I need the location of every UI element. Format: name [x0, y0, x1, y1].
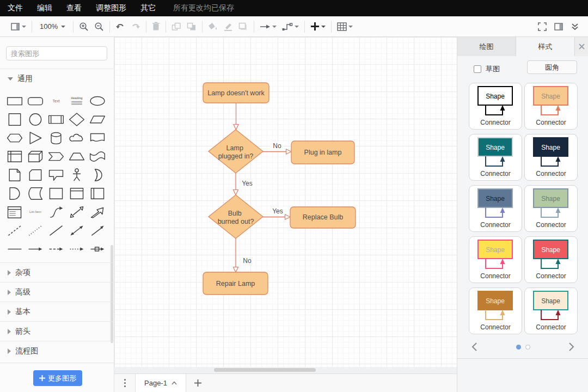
menu-edit[interactable]: 编辑 — [37, 3, 52, 13]
add-page-button[interactable] — [186, 374, 210, 392]
section-流程图[interactable]: 流程图 — [0, 341, 114, 360]
vertical-container-shape-icon[interactable] — [66, 184, 87, 203]
tape-shape-icon[interactable] — [87, 147, 108, 166]
labeled-link-shape-icon[interactable] — [87, 240, 108, 258]
rounded-button[interactable]: 圆角 — [527, 60, 577, 74]
to-front-icon[interactable] — [171, 22, 181, 31]
line-shape-icon[interactable] — [46, 221, 66, 240]
document-shape-icon[interactable] — [87, 128, 108, 147]
circle-shape-icon[interactable] — [25, 110, 46, 128]
directional-link-shape-icon[interactable] — [25, 240, 46, 258]
link-shape-icon[interactable] — [4, 240, 25, 258]
flow-node-decision1[interactable]: Lamp plugged in? — [209, 130, 263, 173]
page-tab[interactable]: Page-1 — [135, 374, 186, 392]
menu-extras[interactable]: 其它 — [140, 3, 156, 13]
parallelogram-shape-icon[interactable] — [87, 110, 108, 128]
page-next-icon[interactable] — [568, 342, 574, 351]
pages-menu-button[interactable] — [114, 374, 135, 392]
page-prev-icon[interactable] — [471, 342, 477, 351]
style-card-9[interactable]: ShapeConnector — [469, 287, 522, 334]
flow-node-replace[interactable]: Replace Bulb — [290, 207, 356, 228]
bidirectional-arrow-shape-icon[interactable] — [66, 203, 87, 221]
view-toggle-icon[interactable] — [11, 23, 26, 30]
cylinder-shape-icon[interactable] — [46, 128, 66, 147]
flow-node-start[interactable]: Lamp doesn't work — [203, 83, 269, 103]
fill-color-icon[interactable] — [208, 22, 218, 31]
style-card-7[interactable]: ShapeConnector — [469, 236, 522, 283]
page-dot-1[interactable] — [516, 345, 521, 350]
arrow-line-shape-icon[interactable] — [87, 221, 108, 240]
double-arrow-line-shape-icon[interactable] — [66, 221, 87, 240]
more-shapes-button[interactable]: 更多图形 — [33, 370, 82, 386]
horizontal-container-shape-icon[interactable] — [87, 184, 108, 203]
curve-shape-icon[interactable] — [46, 203, 66, 221]
shadow-icon[interactable] — [238, 22, 248, 31]
cloud-shape-icon[interactable] — [66, 128, 87, 147]
zoom-level-dropdown[interactable]: 100% — [38, 22, 68, 30]
fullscreen-icon[interactable] — [538, 22, 547, 31]
drawing-canvas[interactable]: No Yes Yes No Lamp doesn't work Lamp plu… — [114, 37, 457, 367]
style-card-6[interactable]: ShapeConnector — [524, 185, 578, 232]
section-高级[interactable]: 高级 — [0, 282, 114, 302]
square-shape-icon[interactable] — [4, 110, 25, 128]
section-箭头[interactable]: 箭头 — [0, 321, 114, 341]
dashed-link-shape-icon[interactable] — [46, 240, 66, 258]
dotted-link-shape-icon[interactable] — [66, 240, 87, 258]
style-card-4[interactable]: ShapeConnector — [524, 134, 578, 181]
section-general[interactable]: 通用 — [0, 69, 114, 88]
ellipse-shape-icon[interactable] — [87, 91, 108, 110]
and-shape-icon[interactable] — [4, 184, 25, 203]
internal-storage-shape-icon[interactable] — [4, 147, 25, 166]
insert-plus-icon[interactable] — [310, 22, 326, 31]
tab-style[interactable]: 样式 — [516, 37, 575, 56]
page-dot-2[interactable] — [525, 345, 530, 350]
menu-view[interactable]: 查看 — [66, 3, 82, 13]
style-card-8[interactable]: ShapeConnector — [524, 236, 578, 283]
hexagon-shape-icon[interactable] — [4, 128, 25, 147]
zoom-in-icon[interactable] — [79, 22, 89, 32]
arrow-shape-icon[interactable] — [87, 203, 108, 221]
style-card-1[interactable]: ShapeConnector — [469, 83, 522, 130]
format-panel-toggle-icon[interactable] — [554, 23, 563, 30]
delete-icon[interactable] — [152, 22, 160, 31]
or-shape-icon[interactable] — [87, 166, 108, 184]
data-storage-shape-icon[interactable] — [25, 184, 46, 203]
zoom-out-icon[interactable] — [94, 22, 104, 32]
waypoints-icon[interactable] — [282, 22, 299, 31]
step-shape-icon[interactable] — [46, 147, 66, 166]
sketch-checkbox[interactable] — [474, 65, 481, 73]
flow-node-plug[interactable]: Plug in lamp — [291, 141, 354, 164]
dashed-line-shape-icon[interactable] — [4, 221, 25, 240]
shape-search[interactable] — [6, 46, 107, 60]
card-shape-icon[interactable] — [25, 166, 46, 184]
flow-edges[interactable] — [234, 103, 292, 272]
dotted-line-shape-icon[interactable] — [25, 221, 46, 240]
triangle-shape-icon[interactable] — [25, 128, 46, 147]
cube-shape-icon[interactable] — [25, 147, 46, 166]
close-panel-button[interactable] — [575, 37, 588, 56]
diamond-shape-icon[interactable] — [66, 110, 87, 128]
actor-shape-icon[interactable] — [66, 166, 87, 184]
list-shape-icon[interactable] — [4, 203, 25, 221]
container-shape-icon[interactable] — [46, 184, 66, 203]
search-input[interactable] — [11, 50, 107, 58]
menu-file[interactable]: 文件 — [8, 3, 23, 13]
trapezoid-shape-icon[interactable] — [66, 147, 87, 166]
table-icon[interactable] — [337, 22, 353, 31]
callout-shape-icon[interactable] — [46, 166, 66, 184]
section-杂项[interactable]: 杂项 — [0, 262, 114, 282]
style-card-3[interactable]: ShapeConnector — [469, 134, 522, 181]
undo-icon[interactable] — [115, 22, 125, 31]
connection-arrow-icon[interactable] — [260, 23, 277, 30]
style-card-2[interactable]: ShapeConnector — [524, 83, 578, 130]
rounded-rectangle-shape-icon[interactable] — [25, 91, 46, 110]
style-card-10[interactable]: ShapeConnector — [524, 287, 578, 334]
section-基本[interactable]: 基本 — [0, 302, 114, 321]
to-back-icon[interactable] — [187, 22, 197, 31]
menu-arrange[interactable]: 调整图形 — [96, 3, 126, 13]
heading-shape-icon[interactable]: Heading — [66, 91, 87, 110]
rectangle-shape-icon[interactable] — [4, 91, 25, 110]
text-shape-icon[interactable]: Text — [46, 91, 66, 110]
line-color-icon[interactable] — [223, 22, 233, 31]
note-shape-icon[interactable] — [4, 166, 25, 184]
